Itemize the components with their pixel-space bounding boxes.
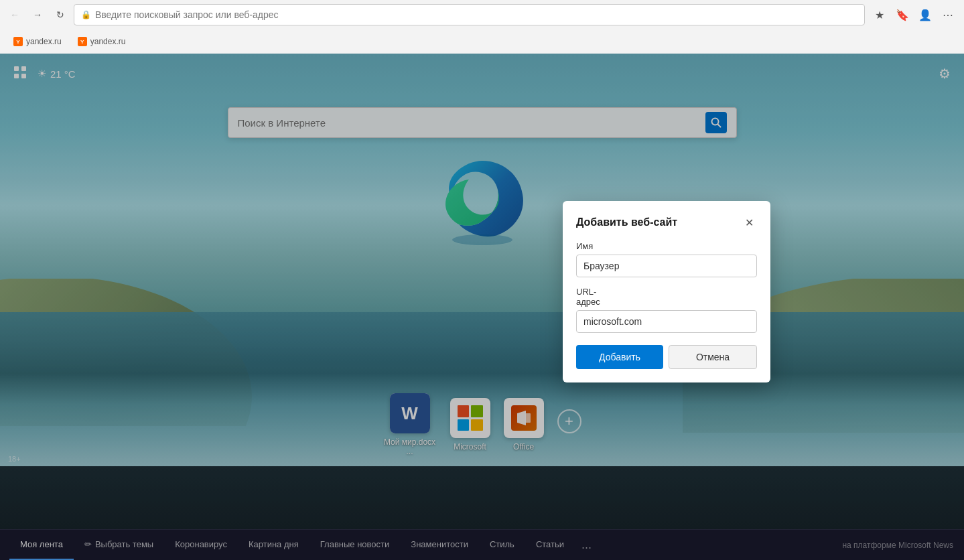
modal-name-field: Имя [576,241,757,277]
address-input[interactable] [95,9,857,20]
toolbar-actions: ★ 🔖 👤 ⋯ [869,4,959,25]
modal-url-input[interactable] [576,310,757,333]
modal-add-button[interactable]: Добавить [576,345,663,369]
modal-url-label: URL-адрес [576,287,757,307]
add-website-modal: Добавить веб-сайт ✕ Имя URL-адрес Добави… [563,201,770,382]
modal-name-input[interactable] [576,255,757,277]
tab-favicon-2: Y [78,37,87,46]
favorite-button[interactable]: ★ [869,4,890,25]
modal-cancel-button[interactable]: Отмена [669,345,757,369]
more-button[interactable]: ⋯ [937,4,959,25]
collections-button[interactable]: 🔖 [892,4,913,25]
modal-name-label: Имя [576,241,757,251]
tab-label-2: yandex.ru [90,37,126,46]
modal-title: Добавить веб-сайт [576,216,677,228]
back-button[interactable]: ← [5,5,24,24]
tab-item-2[interactable]: Y yandex.ru [71,32,133,51]
tabs-bar: Y yandex.ru Y yandex.ru [0,29,964,54]
profile-button[interactable]: 👤 [914,4,936,25]
address-bar[interactable]: 🔒 [74,4,865,25]
modal-close-button[interactable]: ✕ [741,214,757,230]
lock-icon: 🔒 [81,10,91,19]
browser-toolbar: ← → ↻ 🔒 ★ 🔖 👤 ⋯ [0,0,964,29]
modal-actions: Добавить Отмена [576,345,757,369]
modal-url-field: URL-адрес [576,287,757,333]
forward-button[interactable]: → [28,5,47,24]
refresh-button[interactable]: ↻ [51,5,70,24]
modal-header: Добавить веб-сайт ✕ [576,214,757,230]
tab-label-1: yandex.ru [26,37,62,46]
modal-overlay [0,54,964,560]
main-content: ​ ☀ 21 °С ⚙ [0,54,964,560]
tab-item-1[interactable]: Y yandex.ru [7,32,68,51]
tab-favicon-1: Y [13,37,23,46]
browser-chrome: ← → ↻ 🔒 ★ 🔖 👤 ⋯ Y yandex.ru Y yandex.ru [0,0,964,54]
